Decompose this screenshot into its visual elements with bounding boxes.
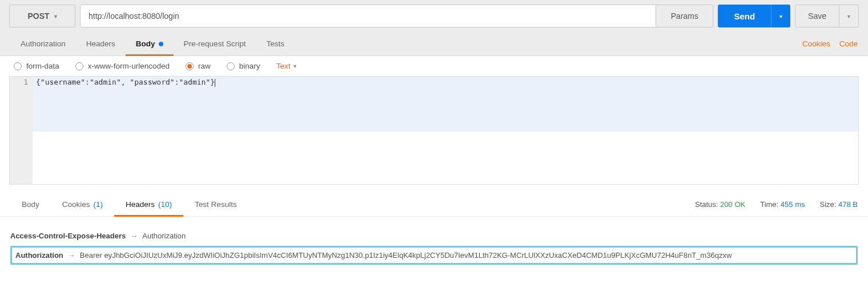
save-dropdown-button[interactable]: ▾ xyxy=(839,5,859,27)
arrow-right-icon: → xyxy=(130,232,138,240)
response-time: Time: 455 ms xyxy=(760,200,805,209)
chevron-down-icon: ▾ xyxy=(54,13,57,19)
editor-empty-area[interactable] xyxy=(33,131,858,184)
editor-line[interactable]: {"username":"admin", "password":"admin"} xyxy=(33,77,858,131)
response-header-row: Access-Control-Expose-Headers → Authoriz… xyxy=(10,226,858,246)
body-content-type-select[interactable]: Text ▾ xyxy=(276,62,297,70)
response-status: Status: 200 OK xyxy=(695,200,745,209)
radio-checked-icon xyxy=(186,62,194,70)
radio-icon xyxy=(14,62,22,70)
radio-raw[interactable]: raw xyxy=(186,62,211,70)
response-tab-cookies[interactable]: Cookies (1) xyxy=(51,193,114,217)
response-header-key: Access-Control-Expose-Headers xyxy=(10,232,126,240)
radio-urlencoded[interactable]: x-www-form-urlencoded xyxy=(75,62,170,70)
send-button[interactable]: Send xyxy=(718,5,771,27)
text-cursor-icon xyxy=(215,79,215,87)
cookies-link[interactable]: Cookies xyxy=(802,39,830,48)
tab-tests[interactable]: Tests xyxy=(256,32,295,56)
chevron-down-icon: ▾ xyxy=(847,13,850,19)
arrow-right-icon: → xyxy=(68,251,75,260)
response-header-key: Authorization xyxy=(15,251,63,260)
params-button[interactable]: Params xyxy=(656,5,713,27)
save-button[interactable]: Save xyxy=(795,5,839,27)
radio-icon xyxy=(227,62,235,70)
radio-icon xyxy=(75,62,83,70)
editor-gutter: 1 xyxy=(10,77,33,184)
response-size: Size: 478 B xyxy=(819,200,858,209)
response-tab-body[interactable]: Body xyxy=(10,193,51,217)
radio-form-data[interactable]: form-data xyxy=(14,62,59,70)
send-dropdown-button[interactable]: ▾ xyxy=(771,5,790,27)
tab-body[interactable]: Body xyxy=(126,32,174,56)
unsaved-dot-icon xyxy=(159,42,163,46)
url-input[interactable] xyxy=(80,5,656,27)
response-header-value: Bearer eyJhbGciOiJIUzUxMiJ9.eyJzdWIiOiJh… xyxy=(80,251,732,260)
response-tab-test-results[interactable]: Test Results xyxy=(183,193,248,217)
http-method-label: POST xyxy=(27,11,49,21)
tab-prerequest-script[interactable]: Pre-request Script xyxy=(174,32,256,56)
http-method-select[interactable]: POST ▾ xyxy=(9,5,75,27)
code-link[interactable]: Code xyxy=(839,39,858,48)
chevron-down-icon: ▾ xyxy=(779,13,782,19)
radio-binary[interactable]: binary xyxy=(227,62,260,70)
tab-authorization[interactable]: Authorization xyxy=(10,32,76,56)
response-header-value: Authorization xyxy=(142,232,186,240)
response-tab-headers[interactable]: Headers (10) xyxy=(114,193,183,217)
line-number: 1 xyxy=(10,78,28,86)
tab-headers[interactable]: Headers xyxy=(76,32,126,56)
response-header-row-highlighted: Authorization → Bearer eyJhbGciOiJIUzUxM… xyxy=(10,246,858,265)
chevron-down-icon: ▾ xyxy=(294,63,296,69)
request-body-editor[interactable]: 1 {"username":"admin", "password":"admin… xyxy=(9,76,859,185)
